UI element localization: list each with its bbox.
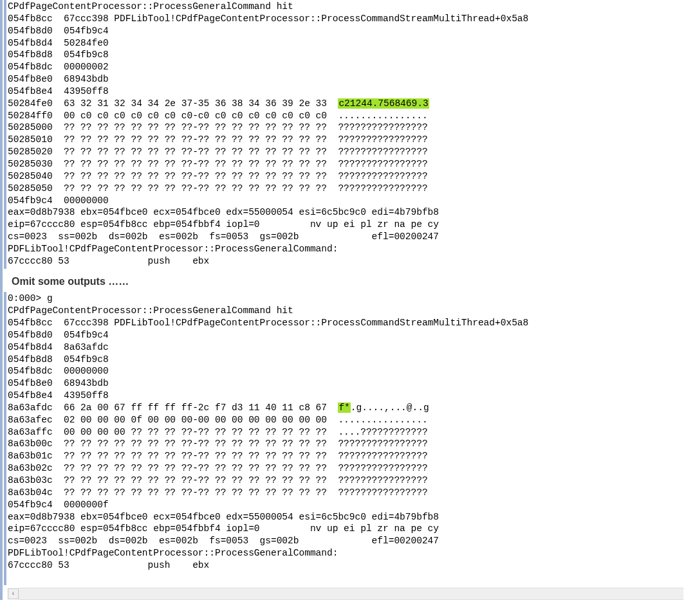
output-line: 50285030 ?? ?? ?? ?? ?? ?? ?? ??-?? ?? ?… [8, 158, 695, 170]
output-line: 054fb8dc 00000002 [8, 61, 695, 73]
output-line: 67cccc80 53 push ebx [8, 255, 695, 267]
output-line: 8a63affc 00 00 00 00 ?? ?? ?? ??-?? ?? ?… [8, 426, 695, 439]
output-line: 50285040 ?? ?? ?? ?? ?? ?? ?? ??-?? ?? ?… [8, 170, 695, 183]
output-line: cs=0023 ss=002b ds=002b es=002b fs=0053 … [8, 231, 695, 243]
output-line: 054fb8d8 054fb9c8 [8, 49, 695, 61]
output-line: 054fb8cc 67ccc398 PDFLibTool!CPdfPageCon… [8, 317, 695, 329]
output-line: cs=0023 ss=002b ds=002b es=002b fs=0053 … [8, 535, 695, 547]
output-line: 8a63afdc 66 2a 00 67 ff ff ff ff-2c f7 d… [8, 402, 695, 414]
horizontal-scrollbar[interactable]: ‹ [8, 588, 683, 600]
output-line: 50284ff0 00 c0 c0 c0 c0 c0 c0 c0-c0 c0 c… [8, 110, 695, 122]
output-line [8, 572, 695, 584]
highlight-ascii: c21244.7568469.3 [338, 98, 429, 109]
output-line: 054fb8d4 8a63afdc [8, 341, 695, 354]
output-line: 054fb8d0 054fb9c4 [8, 329, 695, 341]
chevron-left-icon: ‹ [11, 590, 15, 598]
output-line: 50285010 ?? ?? ?? ?? ?? ?? ?? ??-?? ?? ?… [8, 134, 695, 146]
output-line: 054fb8cc 67ccc398 PDFLibTool!CPdfPageCon… [8, 13, 695, 25]
output-line: 67cccc80 53 push ebx [8, 559, 695, 572]
output-line: 50285020 ?? ?? ?? ?? ?? ?? ?? ??-?? ?? ?… [8, 146, 695, 158]
output-line: 50285050 ?? ?? ?? ?? ?? ?? ?? ??-?? ?? ?… [8, 183, 695, 195]
debugger-output-frame: CPdfPageContentProcessor::ProcessGeneral… [0, 0, 695, 600]
output-line: 054fb8d4 50284fe0 [8, 37, 695, 50]
output-line: 8a63b00c ?? ?? ?? ?? ?? ?? ?? ??-?? ?? ?… [8, 438, 695, 450]
output-line: eip=67cccc80 esp=054fb8cc ebp=054fbbf4 i… [8, 523, 695, 535]
output-line: 054fb8e0 68943bdb [8, 73, 695, 86]
output-line: 054fb9c4 0000000f [8, 499, 695, 511]
output-line: 50284fe0 63 32 31 32 34 34 2e 37-35 36 3… [8, 98, 695, 110]
output-line: 8a63b01c ?? ?? ?? ?? ?? ?? ?? ??-?? ?? ?… [8, 450, 695, 462]
output-line: 0:000> g [8, 293, 695, 305]
highlight-ascii: f* [338, 403, 350, 413]
output-line: 054fb9c4 00000000 [8, 195, 695, 207]
output-line: PDFLibTool!CPdfPageContentProcessor::Pro… [8, 547, 695, 559]
output-line: CPdfPageContentProcessor::ProcessGeneral… [8, 1, 695, 13]
output-line: 054fb8e4 43950ff8 [8, 390, 695, 402]
output-line: 054fb8d8 054fb9c8 [8, 354, 695, 366]
output-line: 8a63b04c ?? ?? ?? ?? ?? ?? ?? ??-?? ?? ?… [8, 487, 695, 499]
output-line: eax=0d8b7938 ebx=054fbce0 ecx=054fbce0 e… [8, 206, 695, 219]
output-line: 8a63afec 02 00 00 00 0f 00 00 00-00 00 0… [8, 414, 695, 426]
output-line: 8a63b02c ?? ?? ?? ?? ?? ?? ?? ??-?? ?? ?… [8, 462, 695, 475]
scroll-track[interactable] [19, 588, 683, 600]
output-line: 8a63b03c ?? ?? ?? ?? ?? ?? ?? ??-?? ?? ?… [8, 475, 695, 487]
output-line: PDFLibTool!CPdfPageContentProcessor::Pro… [8, 243, 695, 255]
debugger-output-pane-1[interactable]: CPdfPageContentProcessor::ProcessGeneral… [4, 0, 695, 269]
output-line: 054fb8d0 054fb9c4 [8, 25, 695, 37]
output-line: eip=67cccc80 esp=054fb8cc ebp=054fbbf4 i… [8, 219, 695, 231]
scroll-left-button[interactable]: ‹ [8, 588, 19, 599]
output-line: 054fb8e4 43950ff8 [8, 86, 695, 98]
omit-note: Omit some outputs …… [4, 269, 695, 293]
debugger-output-pane-2[interactable]: 0:000> gCPdfPageContentProcessor::Proces… [4, 292, 695, 584]
output-line: 50285000 ?? ?? ?? ?? ?? ?? ?? ??-?? ?? ?… [8, 122, 695, 134]
output-line: 054fb8e0 68943bdb [8, 377, 695, 390]
output-line: eax=0d8b7938 ebx=054fbce0 ecx=054fbce0 e… [8, 511, 695, 523]
output-line: 054fb8dc 00000000 [8, 365, 695, 377]
output-line: CPdfPageContentProcessor::ProcessGeneral… [8, 305, 695, 317]
